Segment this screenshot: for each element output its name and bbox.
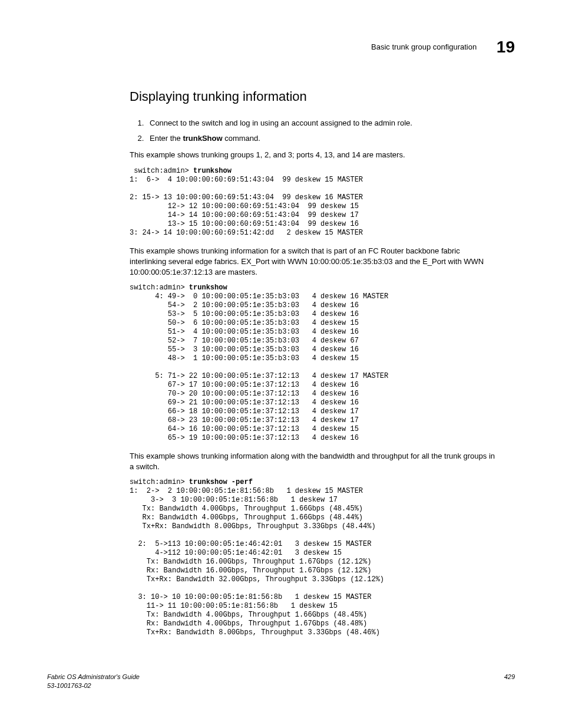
footer-guide-title: Fabric OS Administrator's Guide bbox=[47, 673, 140, 681]
footer-doc-number: 53-1001763-02 bbox=[47, 681, 140, 690]
example-desc-3: This example shows trunking information … bbox=[130, 451, 497, 472]
page-number: 429 bbox=[504, 673, 515, 690]
command-text: trunkshow -perf bbox=[189, 478, 253, 486]
footer-left: Fabric OS Administrator's Guide 53-10017… bbox=[47, 673, 140, 690]
example-desc-2: This example shows trunking information … bbox=[130, 246, 497, 278]
code-block-1: switch:admin> trunkshow 1: 6-> 4 10:00:0… bbox=[130, 167, 497, 238]
code-block-3: switch:admin> trunkshow -perf 1: 2-> 2 1… bbox=[130, 478, 497, 637]
chapter-number: 19 bbox=[497, 38, 515, 56]
header-title: Basic trunk group configuration bbox=[371, 42, 477, 51]
example-desc-1: This example shows trunking groups 1, 2,… bbox=[130, 150, 497, 160]
step-2: Enter the trunkShow command. bbox=[146, 133, 497, 144]
command-text: trunkshow bbox=[189, 284, 227, 292]
page-header: Basic trunk group configuration 19 bbox=[47, 35, 515, 58]
step-1: Connect to the switch and log in using a… bbox=[146, 118, 497, 129]
main-content: Displaying trunking information Connect … bbox=[130, 88, 497, 637]
section-heading: Displaying trunking information bbox=[130, 88, 497, 106]
page-footer: Fabric OS Administrator's Guide 53-10017… bbox=[47, 673, 515, 690]
code-block-2: switch:admin> trunkshow 4: 49-> 0 10:00:… bbox=[130, 284, 497, 443]
command-text: trunkshow bbox=[193, 167, 232, 175]
steps-list: Connect to the switch and log in using a… bbox=[130, 118, 497, 144]
